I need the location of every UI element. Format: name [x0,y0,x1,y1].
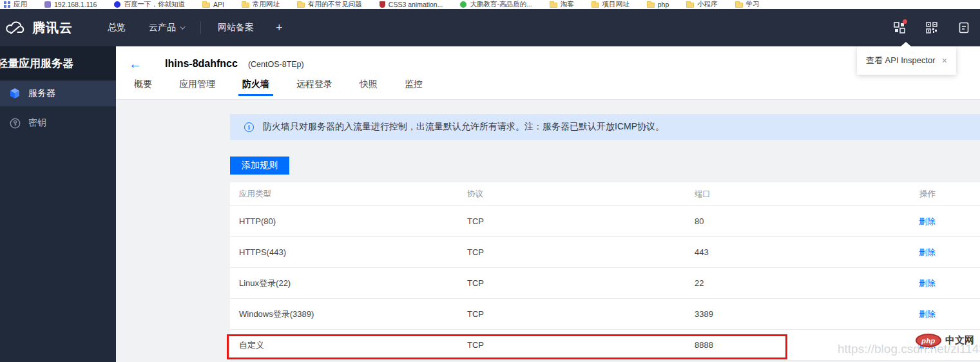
nav-item-cloud-products[interactable]: 云产品 [137,22,195,33]
column-header-protocol: 协议 [467,189,695,200]
folder-icon [735,3,743,8]
delete-link[interactable]: 删除 [919,216,936,226]
bookmark-label: CSS3 animation... [389,1,443,8]
cell-protocol: TCP [467,309,695,319]
api-inspector-tooltip: 查看 API Inspector × [857,46,956,75]
table-row-linux-login: Linux登录(22) TCP 22 删除 [230,268,980,299]
sidebar-item-label: 服务器 [28,88,55,99]
sidebar-title: 轻量应用服务器 [0,56,73,71]
navbar-right-icons [892,21,980,35]
bookmark-label: 淘客 [561,0,574,9]
nav-item-icp-filing[interactable]: 网站备案 [206,22,265,33]
tab-overview[interactable]: 概要 [134,79,152,96]
delete-link[interactable]: 删除 [919,247,936,257]
bookmark-folder-useful-questions[interactable]: 有用的不常见问题 [297,0,362,9]
tab-snapshot[interactable]: 快照 [360,79,378,96]
nav-item-label: 网站备案 [218,22,254,33]
bookmark-label: 192.168.1.116 [54,1,97,8]
php-logo-icon: php [916,334,941,347]
nav-item-label: 云产品 [149,22,176,33]
cell-app-type: HTTPS(443) [239,247,467,257]
tab-app-management[interactable]: 应用管理 [179,79,215,96]
info-banner: i 防火墙只对服务器的入流量进行控制，出流量默认允许所有请求。注：服务器已默认开… [230,114,980,140]
cell-app-type: Linux登录(22) [239,278,467,289]
bookmark-folder-study[interactable]: 学习 [735,0,760,9]
cell-port: 3389 [695,309,875,319]
bookmark-label: API [213,1,224,8]
server-cube-icon [9,88,21,99]
table-row-windows-login: Windows登录(3389) TCP 3389 删除 [230,299,980,330]
sidebar-item-servers[interactable]: 服务器 [0,81,116,106]
baidu-favicon-icon [114,1,120,8]
delete-link[interactable]: 删除 [919,278,936,288]
document-icon[interactable] [957,21,971,35]
notification-dot [903,19,907,24]
bookmark-label: php [658,1,669,8]
folder-icon [202,3,210,8]
bookmark-label: 有用的不常见问题 [308,0,362,9]
browser-bookmarks-bar: 应用 192.168.1.116 百度一下，你就知道 API 常用网址 有用的不… [0,0,980,9]
bookmark-folder-php[interactable]: php [647,1,669,8]
php-cn-watermark: php 中文网 [916,334,974,347]
nav-divider [200,21,201,34]
page-title: lhins-8dahfncc [165,58,238,70]
dapeng-favicon-icon [460,1,466,8]
table-header-row: 应用类型 协议 端口 操作 [230,182,980,206]
tencent-cloud-logo[interactable]: 腾讯云 [0,19,73,37]
sidebar: 轻量应用服务器 服务器 密钥 [0,46,116,362]
folder-icon [647,3,655,8]
bookmark-folder-project-sites[interactable]: 项目网址 [591,0,629,9]
page-title-row: ← lhins-8dahfncc (CentOS-8TEp) [116,46,980,70]
column-header-app-type: 应用类型 [239,189,467,200]
column-header-port: 端口 [695,189,875,200]
table-row-http: HTTP(80) TCP 80 删除 [230,206,980,237]
table-row-https: HTTPS(443) TCP 443 删除 [230,237,980,268]
page-header: ← lhins-8dahfncc (CentOS-8TEp) 概要 应用管理 防… [116,46,980,100]
info-banner-text: 防火墙只对服务器的入流量进行控制，出流量默认允许所有请求。注：服务器已默认开放I… [263,121,664,133]
bookmark-folder-taoke[interactable]: 淘客 [550,0,574,9]
qr-scan-icon[interactable] [925,21,939,35]
bookmark-dapeng[interactable]: 大鹏教育-高品质的... [460,0,532,9]
column-header-action: 操作 [875,189,936,200]
navbar-menu: 总览 云产品 网站备案 + [96,21,293,35]
tab-remote-login[interactable]: 远程登录 [296,79,332,96]
folder-icon [550,3,557,8]
bookmark-apps[interactable]: 应用 [4,0,27,9]
delete-link[interactable]: 删除 [919,309,936,319]
nav-item-overview[interactable]: 总览 [96,22,137,33]
sidebar-item-keys[interactable]: 密钥 [0,110,116,136]
info-icon: i [244,122,254,132]
chevron-down-icon [180,24,185,29]
nav-item-label: 总览 [108,22,126,33]
cell-protocol: TCP [467,278,695,288]
bookmark-folder-api[interactable]: API [202,1,224,8]
bookmark-label: 百度一下，你就知道 [124,0,185,9]
bookmark-folder-common-sites[interactable]: 常用网址 [242,0,280,9]
tab-firewall[interactable]: 防火墙 [242,79,269,96]
add-rule-button[interactable]: 添加规则 [230,157,289,175]
tab-bar: 概要 应用管理 防火墙 远程登录 快照 监控 [134,79,980,96]
bookmark-baidu[interactable]: 百度一下，你就知道 [114,0,185,9]
close-icon[interactable]: × [942,56,947,65]
cell-app-type: Windows登录(3389) [239,309,467,320]
css3-favicon-icon [380,1,385,8]
nav-add-shortcut-button[interactable]: + [265,21,293,35]
top-navbar: 腾讯云 总览 云产品 网站备案 + [0,9,980,46]
site-favicon-icon [44,1,51,8]
tab-monitoring[interactable]: 监控 [405,79,423,96]
page-subtitle: (CentOS-8TEp) [248,59,304,69]
back-arrow-icon[interactable]: ← [129,57,142,70]
folder-icon [297,3,305,8]
cell-protocol: TCP [467,247,695,257]
sidebar-item-label: 密钥 [28,117,46,129]
bookmark-folder-miniprogram[interactable]: 小程序 [686,0,718,9]
api-inspector-grid-icon[interactable] [892,21,907,35]
bookmark-css3[interactable]: CSS3 animation... [380,1,443,8]
bookmark-label: 项目网址 [602,0,629,9]
key-icon [9,117,21,129]
cell-port: 443 [695,247,875,257]
bookmark-label: 小程序 [697,0,718,9]
bookmark-ip[interactable]: 192.168.1.116 [44,1,97,8]
bookmark-label: 应用 [14,0,27,9]
content-area: i 防火墙只对服务器的入流量进行控制，出流量默认允许所有请求。注：服务器已默认开… [116,100,980,362]
